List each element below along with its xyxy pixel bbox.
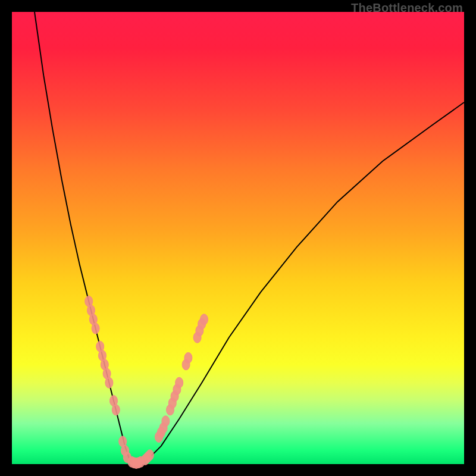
marker-group xyxy=(85,296,208,468)
data-marker xyxy=(92,323,99,334)
data-marker xyxy=(176,377,183,388)
bottleneck-curve xyxy=(35,12,464,464)
data-marker xyxy=(105,377,113,388)
data-marker xyxy=(184,352,192,363)
data-marker xyxy=(112,405,120,415)
data-marker xyxy=(146,450,154,461)
outer-frame: TheBottleneck.com xyxy=(0,0,476,476)
chart-svg xyxy=(12,12,464,464)
data-marker xyxy=(201,314,208,325)
data-marker xyxy=(162,416,170,427)
